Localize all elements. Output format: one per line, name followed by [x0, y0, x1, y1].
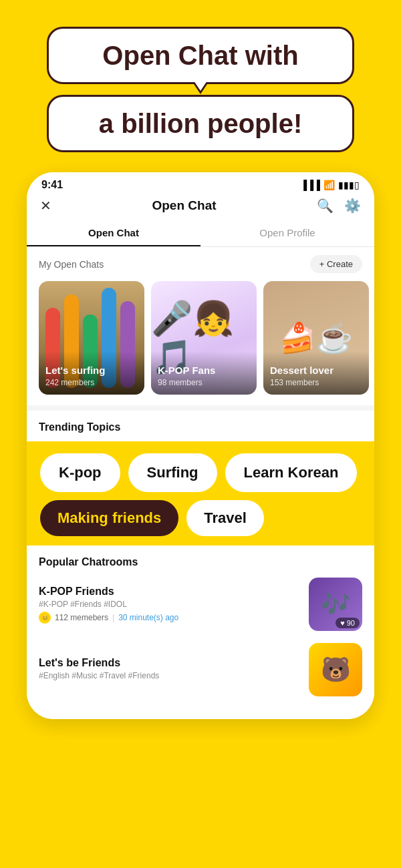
- card-overlay-surfing: Let's surfing 242 members: [39, 351, 144, 395]
- speech-bubble-2: a billion people!: [47, 95, 354, 152]
- tabs: Open Chat Open Profile: [27, 220, 374, 247]
- topic-learn-korean[interactable]: Learn Korean: [225, 453, 358, 492]
- chatroom-members-kpop: 112 memebers: [55, 613, 108, 622]
- signal-icon: ▐▐▐: [300, 180, 320, 190]
- chatroom-timeago-kpop: 30 minute(s) ago: [118, 613, 178, 622]
- topic-kpop[interactable]: K-pop: [40, 453, 120, 492]
- chatroom-info-friends: Let's be Friends #English #Music #Travel…: [39, 657, 299, 683]
- topic-surfing[interactable]: Surfing: [128, 453, 217, 492]
- phone-mockup: 9:41 ▐▐▐ 📶 ▮▮▮▯ ✕ Open Chat 🔍 ⚙️ Open Ch…: [27, 172, 374, 719]
- search-icon[interactable]: 🔍: [317, 198, 333, 214]
- chatroom-tags-friends: #English #Music #Travel #Friends: [39, 671, 299, 680]
- chat-cards-container: Let's surfing 242 members 🎤👧🎵 K-POP Fans…: [27, 278, 374, 405]
- chat-card-surfing[interactable]: Let's surfing 242 members: [39, 281, 144, 395]
- status-bar: 9:41 ▐▐▐ 📶 ▮▮▮▯: [27, 172, 374, 194]
- my-open-chats-label: My Open Chats: [39, 259, 104, 270]
- chatroom-name-kpop: K-POP Friends: [39, 586, 299, 598]
- chat-card-kpop[interactable]: 🎤👧🎵 K-POP Fans 98 members: [151, 281, 257, 395]
- topic-making-friends[interactable]: Making friends: [40, 500, 178, 536]
- topics-row: K-pop Surfing Learn Korean Making friend…: [27, 441, 374, 546]
- hero-line2: a billion people!: [76, 109, 325, 138]
- hero-line1: Open Chat with: [76, 41, 325, 70]
- popular-title: Popular Chatrooms: [39, 556, 362, 568]
- chatroom-tags-kpop: #K-POP #Friends #IDOL: [39, 600, 299, 609]
- app-header: ✕ Open Chat 🔍 ⚙️: [27, 194, 374, 220]
- speech-bubble-1: Open Chat with: [47, 27, 354, 84]
- popular-section: Popular Chatrooms K-POP Friends #K-POP #…: [27, 546, 374, 719]
- card-name-kpop: K-POP Fans: [158, 365, 250, 376]
- chat-card-dessert[interactable]: 🍰☕ Dessert lover 153 members: [263, 281, 369, 395]
- tab-open-profile[interactable]: Open Profile: [200, 220, 374, 246]
- trending-section: Trending Topics: [27, 405, 374, 441]
- chatroom-meta-kpop: 😊 112 memebers | 30 minute(s) ago: [39, 612, 299, 624]
- chatroom-info-kpop: K-POP Friends #K-POP #Friends #IDOL 😊 11…: [39, 586, 299, 624]
- header-icons: 🔍 ⚙️: [317, 198, 361, 214]
- card-members-surfing: 242 members: [45, 378, 94, 387]
- chatroom-thumb-kpop: 🎶 ♥ 90: [309, 578, 362, 631]
- status-time: 9:41: [41, 179, 63, 191]
- trending-title: Trending Topics: [39, 421, 120, 433]
- chatroom-name-friends: Let's be Friends: [39, 657, 299, 669]
- heart-icon: ♥: [340, 619, 345, 627]
- chatroom-item-kpop[interactable]: K-POP Friends #K-POP #Friends #IDOL 😊 11…: [39, 578, 362, 631]
- card-members-kpop: 98 members: [158, 378, 203, 387]
- card-overlay-dessert: Dessert lover 153 members: [263, 351, 369, 395]
- chatroom-item-friends[interactable]: Let's be Friends #English #Music #Travel…: [39, 643, 362, 696]
- card-members-dessert: 153 members: [270, 378, 319, 387]
- heart-count-kpop: 90: [347, 619, 355, 627]
- create-button[interactable]: + Create: [310, 255, 362, 273]
- close-icon[interactable]: ✕: [40, 198, 51, 214]
- topic-travel[interactable]: Travel: [186, 500, 264, 536]
- tab-open-chat[interactable]: Open Chat: [27, 220, 200, 246]
- status-icons: ▐▐▐ 📶 ▮▮▮▯: [300, 180, 360, 190]
- app-title: Open Chat: [152, 198, 216, 213]
- my-open-chats-header: My Open Chats + Create: [27, 247, 374, 278]
- card-overlay-kpop: K-POP Fans 98 members: [151, 351, 257, 395]
- chatroom-thumb-friends: 🐻: [309, 643, 362, 696]
- hero-section: Open Chat with a billion people!: [0, 0, 401, 166]
- settings-icon[interactable]: ⚙️: [344, 198, 361, 214]
- card-name-surfing: Let's surfing: [45, 365, 138, 376]
- avatar-small-kpop: 😊: [39, 612, 51, 624]
- card-name-dessert: Dessert lover: [270, 365, 362, 376]
- separator: |: [112, 613, 114, 622]
- heart-badge-kpop: ♥ 90: [336, 618, 360, 628]
- wifi-icon: 📶: [323, 180, 335, 190]
- battery-icon: ▮▮▮▯: [338, 180, 360, 190]
